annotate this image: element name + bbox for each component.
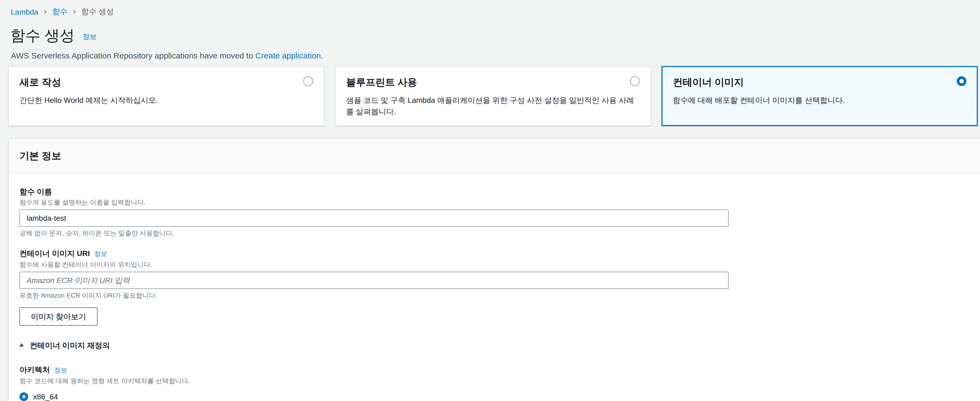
breadcrumb-current: 함수 생성 xyxy=(81,7,114,17)
radio-option-x86_64[interactable]: x86_64 xyxy=(19,391,969,401)
basic-info-header: 기본 정보 xyxy=(9,138,980,173)
create-application-link[interactable]: Create application xyxy=(255,51,321,60)
radio-checked-icon[interactable] xyxy=(957,76,966,86)
breadcrumb-functions[interactable]: 함수 xyxy=(52,7,67,17)
browse-images-button[interactable]: 이미지 찾아보기 xyxy=(19,307,97,326)
label-text: 컨테이너 이미지 URI xyxy=(19,249,90,258)
architecture-description: 함수 코드에 대해 원하는 명령 세트 아키텍처를 선택합니다. xyxy=(19,377,969,385)
container-image-uri-constraint: 유효한 Amazon ECR 이미지 URI가 필요합니다. xyxy=(19,291,969,300)
page-header: 함수 생성 정보 xyxy=(10,25,980,46)
page-title: 함수 생성 xyxy=(10,27,75,44)
notice-suffix: . xyxy=(321,51,323,60)
function-name-description: 함수의 용도를 설명하는 이름을 입력합니다. xyxy=(19,198,969,207)
container-image-uri-label: 컨테이너 이미지 URI정보 xyxy=(19,249,969,259)
basic-info-body: 함수 이름 함수의 용도를 설명하는 이름을 입력합니다. 공백 없이 문자, … xyxy=(9,173,980,401)
container-image-uri-field: 컨테이너 이미지 URI정보 함수에 사용할 컨테이너 이미지의 위치입니다. … xyxy=(19,249,969,300)
container-image-uri-description: 함수에 사용할 컨테이너 이미지의 위치입니다. xyxy=(19,260,969,269)
container-image-override-expandable[interactable]: ▶ 컨테이너 이미지 재정의 xyxy=(19,341,969,351)
function-name-constraint: 공백 없이 문자, 숫자, 하이픈 또는 밑줄만 사용합니다. xyxy=(19,229,969,238)
creation-option-cards: 새로 작성 간단한 Hello World 예제는 시작하십시오. 블루프린트 … xyxy=(8,66,978,126)
card-description: 함수에 대해 배포할 컨테이너 이미지를 선택합니다. xyxy=(673,95,966,106)
basic-info-panel: 기본 정보 함수 이름 함수의 용도를 설명하는 이름을 입력합니다. 공백 없… xyxy=(8,138,980,401)
title-info-link[interactable]: 정보 xyxy=(82,32,96,42)
breadcrumb: Lambda › 함수 › 함수 생성 xyxy=(0,0,980,17)
architecture-options: x86_64 arm64 xyxy=(19,391,969,401)
card-title: 컨테이너 이미지 xyxy=(673,76,744,88)
chevron-right-icon: › xyxy=(73,8,76,15)
expandable-label: 컨테이너 이미지 재정의 xyxy=(30,341,110,351)
notice-text: AWS Serverless Application Repository ap… xyxy=(11,51,255,60)
section-title: 기본 정보 xyxy=(19,149,61,162)
sar-notice: AWS Serverless Application Repository ap… xyxy=(11,51,980,60)
card-author-from-scratch[interactable]: 새로 작성 간단한 Hello World 예제는 시작하십시오. xyxy=(8,66,325,126)
card-description: 샘플 코드 및 구축 Lambda 애플리케이션을 위한 구성 사전 설정을 일… xyxy=(346,95,640,117)
card-use-blueprint[interactable]: 블루프린트 사용 샘플 코드 및 구축 Lambda 애플리케이션을 위한 구성… xyxy=(335,66,651,126)
radio-option-label: x86_64 xyxy=(33,392,58,401)
card-title: 새로 작성 xyxy=(19,76,61,88)
chevron-right-icon: › xyxy=(44,8,46,15)
radio-checked-icon[interactable] xyxy=(19,392,28,401)
radio-unchecked-icon[interactable] xyxy=(630,76,640,86)
uri-info-link[interactable]: 정보 xyxy=(94,250,107,258)
breadcrumb-lambda[interactable]: Lambda xyxy=(11,8,38,16)
caret-right-icon: ▶ xyxy=(19,342,25,350)
container-image-uri-input[interactable] xyxy=(19,272,729,289)
card-description: 간단한 Hello World 예제는 시작하십시오. xyxy=(19,95,313,106)
card-title: 블루프린트 사용 xyxy=(346,76,417,88)
function-name-field: 함수 이름 함수의 용도를 설명하는 이름을 입력합니다. 공백 없이 문자, … xyxy=(19,187,969,238)
function-name-input[interactable] xyxy=(19,209,729,227)
function-name-label: 함수 이름 xyxy=(19,187,969,197)
lambda-create-function-page: Lambda › 함수 › 함수 생성 함수 생성 정보 AWS Serverl… xyxy=(0,0,980,401)
architecture-info-link[interactable]: 정보 xyxy=(54,366,67,374)
radio-unchecked-icon[interactable] xyxy=(303,76,313,86)
architecture-field: 아키텍처정보 함수 코드에 대해 원하는 명령 세트 아키텍처를 선택합니다. … xyxy=(19,365,969,401)
card-container-image[interactable]: 컨테이너 이미지 함수에 대해 배포할 컨테이너 이미지를 선택합니다. xyxy=(662,66,978,126)
label-text: 아키텍처 xyxy=(19,365,50,374)
architecture-label: 아키텍처정보 xyxy=(19,365,969,375)
